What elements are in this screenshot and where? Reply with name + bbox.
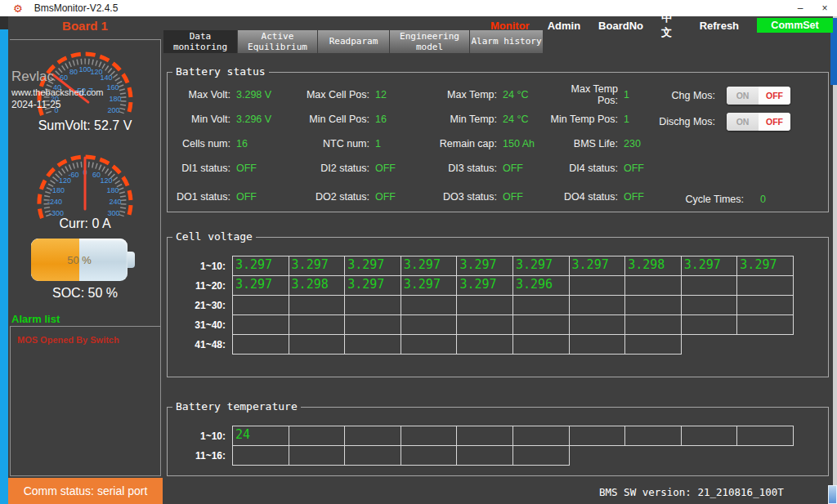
status-label: Min Temp Pos: bbox=[548, 114, 624, 125]
cell-voltage-cell bbox=[624, 314, 682, 335]
cell-voltage-cell: 3.297 bbox=[344, 275, 401, 296]
chg-mos-toggle[interactable]: ON OFF bbox=[727, 87, 790, 105]
close-button[interactable]: × bbox=[812, 0, 837, 16]
cell-voltage-cell bbox=[344, 334, 401, 355]
cell-voltage-cell: 3.297 bbox=[289, 256, 346, 276]
battery-temperature-group: Battery temperature 1~10:2411~16: bbox=[167, 407, 829, 476]
alarm-list-title: Alarm list bbox=[11, 313, 60, 325]
battery-temperature-cell bbox=[456, 445, 513, 466]
status-label: Max Cell Pos: bbox=[297, 89, 375, 100]
window-title: BmsMonitor-V2.4.5 bbox=[34, 2, 119, 14]
table-row: 21~30: bbox=[171, 295, 794, 315]
comm-status-bar: Comm status: serial port bbox=[8, 478, 163, 504]
status-label: DI3 status: bbox=[421, 163, 503, 174]
row-label: 1~10: bbox=[171, 426, 232, 446]
tab-data-monitoring[interactable]: Data monitoring bbox=[163, 30, 237, 53]
battery-status-group: Battery status Max Volt:3.298 VMax Cell … bbox=[167, 72, 829, 212]
cell-voltage-table: 1~10:3.2973.2973.2973.2973.2973.2973.297… bbox=[171, 256, 794, 355]
status-label: DO3 status: bbox=[421, 191, 503, 203]
status-value: OFF bbox=[624, 191, 673, 203]
sumvolt-gauge: 0 20 40 60 80 100 120 140 160 180 200 52… bbox=[8, 44, 162, 123]
gauge-tick-label: -240 bbox=[47, 198, 62, 206]
status-label: DO1 status: bbox=[168, 191, 236, 203]
status-value: OFF bbox=[236, 163, 297, 174]
cell-voltage-cell bbox=[512, 334, 570, 355]
dischg-mos-label: Dischg Mos: bbox=[625, 116, 715, 127]
status-value: 16 bbox=[236, 138, 297, 149]
gauge-tick-label: 240 bbox=[109, 198, 121, 206]
cell-voltage-cell: 3.297 bbox=[456, 256, 513, 276]
cell-voltage-cell bbox=[456, 295, 513, 315]
chg-mos-label: Chg Mos: bbox=[625, 90, 715, 101]
commset-button[interactable]: CommSet bbox=[757, 18, 833, 33]
menu-language[interactable]: 中文 bbox=[661, 11, 682, 40]
cell-voltage-cell bbox=[569, 275, 626, 296]
status-value: OFF bbox=[375, 163, 421, 174]
battery-temperature-cell bbox=[624, 426, 682, 446]
alarm-list[interactable]: MOS Opened By Switch bbox=[10, 326, 161, 476]
dischg-mos-toggle[interactable]: ON OFF bbox=[727, 113, 790, 131]
status-value: OFF bbox=[624, 163, 673, 174]
battery-temperature-cell bbox=[289, 426, 346, 446]
status-value: 230 bbox=[624, 138, 673, 149]
status-label: Max Temp Pos: bbox=[548, 83, 624, 106]
curr-caption: Curr: 0 A bbox=[8, 216, 162, 231]
row-label: 11~16: bbox=[171, 445, 232, 466]
cell-voltage-cell: 3.297 bbox=[569, 256, 626, 276]
curr-gauge: -300 -240 -180 -120 -60 0 60 120 180 240… bbox=[8, 147, 162, 225]
cell-voltage-group: Cell voltage 1~10:3.2973.2973.2973.2973.… bbox=[167, 237, 829, 377]
tab-alarm-history[interactable]: Alarm history bbox=[470, 30, 543, 53]
battery-temperature-cell bbox=[344, 426, 401, 446]
cell-voltage-cell: 3.297 bbox=[401, 256, 458, 276]
status-value: 150 Ah bbox=[503, 138, 548, 149]
cell-voltage-cell bbox=[512, 314, 570, 335]
row-label: 1~10: bbox=[171, 256, 232, 276]
tab-active-equilibrium[interactable]: Active Equilibrium bbox=[238, 30, 317, 53]
menu-refresh[interactable]: Refresh bbox=[700, 20, 739, 32]
gauge-tick-label: 200 bbox=[107, 106, 119, 114]
soc-caption: SOC: 50 % bbox=[8, 286, 162, 301]
cell-voltage-cell bbox=[289, 334, 346, 355]
tab-readparam[interactable]: Readparam bbox=[318, 30, 389, 53]
status-label: Min Cell Pos: bbox=[297, 114, 375, 125]
gauge-tick-label: 40 bbox=[53, 83, 61, 91]
status-label: DI1 status: bbox=[168, 163, 236, 174]
cell-voltage-cell bbox=[401, 314, 458, 335]
battery-temperature-cell bbox=[456, 426, 513, 446]
soc-battery-icon: 50 % bbox=[31, 239, 128, 281]
sumvolt-caption: SumVolt: 52.7 V bbox=[8, 118, 162, 133]
cell-voltage-cell bbox=[512, 295, 570, 315]
cell-voltage-cell bbox=[232, 334, 289, 355]
minimize-button[interactable]: – bbox=[788, 0, 812, 16]
tab-engineering-model[interactable]: Engineering model bbox=[390, 30, 469, 53]
cell-voltage-cell bbox=[681, 314, 738, 335]
row-label: 11~20: bbox=[171, 275, 232, 296]
cell-voltage-cell bbox=[289, 314, 346, 335]
row-label: 41~48: bbox=[171, 334, 232, 355]
menu-boardno[interactable]: BoardNo bbox=[598, 20, 643, 32]
gauge-tick-label: 180 bbox=[106, 186, 119, 194]
battery-temperature-cell bbox=[736, 426, 794, 446]
bms-sw-version: BMS SW version: 21_210816_100T bbox=[599, 486, 784, 498]
battery-temperature-cell bbox=[512, 426, 570, 446]
cell-voltage-cell bbox=[289, 295, 346, 315]
left-edge-dark bbox=[0, 16, 8, 29]
status-label: Remain cap: bbox=[421, 138, 503, 149]
menu-admin[interactable]: Admin bbox=[548, 20, 580, 32]
status-value: OFF bbox=[375, 191, 421, 203]
battery-temperature-cell bbox=[344, 445, 401, 466]
status-value: 3.296 V bbox=[236, 114, 297, 125]
cell-voltage-cell bbox=[736, 295, 794, 315]
soc-battery-label: 50 % bbox=[31, 239, 128, 281]
toggle-on-label: ON bbox=[727, 113, 759, 131]
right-edge-border bbox=[833, 16, 837, 504]
cell-voltage-cell: 3.297 bbox=[401, 275, 458, 296]
status-value: 1 bbox=[375, 138, 421, 149]
cell-voltage-cell: 3.297 bbox=[344, 256, 401, 276]
cell-voltage-cell bbox=[681, 275, 738, 296]
battery-temperature-legend: Battery temperature bbox=[172, 400, 301, 413]
battery-temperature-cell bbox=[512, 445, 570, 466]
cell-voltage-cell: 3.297 bbox=[512, 256, 570, 276]
cell-voltage-cell bbox=[736, 275, 794, 296]
cell-voltage-cell bbox=[344, 314, 401, 335]
